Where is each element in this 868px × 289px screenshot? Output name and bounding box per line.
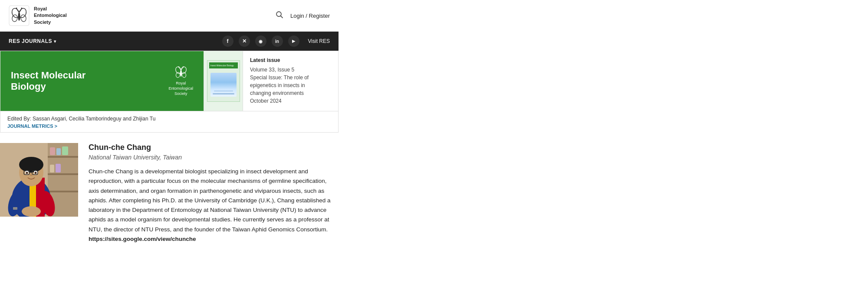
facebook-icon[interactable]: f — [222, 36, 233, 47]
special-issue-line3: changing environments — [250, 89, 331, 97]
svg-point-9 — [21, 8, 23, 9]
author-bio-text: Chun-che Chang is a developmental biolog… — [89, 168, 331, 233]
svg-rect-24 — [48, 173, 78, 175]
journals-nav[interactable]: RES JOURNALS ▾ — [9, 38, 56, 44]
header-right: Login / Register — [276, 11, 330, 20]
svg-point-8 — [16, 8, 17, 9]
svg-point-38 — [26, 172, 28, 174]
author-info: Chun-che Chang National Taiwan Universit… — [89, 143, 339, 244]
svg-rect-29 — [50, 165, 54, 172]
journal-banner: Insect Molecular Biology Royal — [0, 51, 339, 133]
banner-bottom: Edited By: Sassan Asgari, Cecilia Tambor… — [0, 111, 338, 132]
search-icon — [276, 11, 283, 19]
svg-point-16 — [180, 70, 182, 77]
org-name-text: Royal Entomological Society — [34, 6, 67, 26]
latest-issue-label: Latest issue — [250, 57, 331, 63]
youtube-icon[interactable]: ▶ — [288, 36, 299, 47]
svg-rect-28 — [62, 146, 68, 155]
svg-point-46 — [22, 206, 41, 217]
social-links: f ✕ ◉ in ▶ Visit RES — [222, 36, 330, 47]
banner-top: Insect Molecular Biology Royal — [0, 51, 338, 111]
res-logo-icon — [9, 5, 30, 26]
editors-line: Edited By: Sassan Asgari, Cecilia Tambor… — [7, 116, 331, 122]
issue-date: October 2024 — [250, 97, 331, 105]
svg-point-19 — [178, 67, 179, 68]
author-section: Chun-che Chang National Taiwan Universit… — [0, 133, 339, 254]
res-white-icon — [174, 65, 188, 79]
site-header: Royal Entomological Society Login / Regi… — [0, 0, 339, 32]
author-affiliation: National Taiwan University, Taiwan — [89, 154, 339, 161]
journal-title-line2: Biology — [11, 81, 85, 92]
instagram-icon[interactable]: ◉ — [255, 36, 266, 47]
special-issue-line1: Special Issue: The role of — [250, 74, 331, 81]
latest-issue-panel: Latest issue Volume 33, Issue 5 Special … — [243, 51, 338, 111]
special-issue-line2: epigenetics in insects in — [250, 81, 331, 89]
journal-metrics-link[interactable]: JOURNAL METRICS > — [7, 123, 331, 129]
journals-label: RES JOURNALS — [9, 38, 52, 44]
login-register-link[interactable]: Login / Register — [290, 13, 330, 19]
svg-point-39 — [35, 172, 37, 174]
author-photo-image — [0, 143, 78, 217]
author-photo — [0, 143, 78, 217]
svg-point-20 — [183, 67, 184, 68]
svg-rect-25 — [48, 191, 78, 192]
svg-rect-47 — [13, 207, 17, 210]
svg-rect-23 — [48, 156, 78, 158]
nav-bar: RES JOURNALS ▾ f ✕ ◉ in ▶ Visit RES — [0, 32, 339, 51]
logo-area: Royal Entomological Society — [9, 5, 67, 26]
svg-rect-30 — [56, 164, 61, 172]
author-name: Chun-che Chang — [89, 143, 339, 152]
res-name-white: Royal Entomological Society — [168, 81, 193, 96]
svg-line-11 — [280, 16, 283, 18]
journal-title-area: Insect Molecular Biology Royal — [0, 51, 204, 111]
svg-rect-27 — [56, 148, 61, 155]
search-button[interactable] — [276, 11, 283, 20]
twitter-x-icon[interactable]: ✕ — [239, 36, 250, 47]
chevron-down-icon: ▾ — [54, 39, 56, 44]
journal-title: Insect Molecular Biology — [11, 70, 85, 93]
linkedin-icon[interactable]: in — [272, 36, 283, 47]
journal-title-line1: Insect Molecular — [11, 70, 85, 81]
svg-point-14 — [175, 72, 180, 78]
svg-point-15 — [181, 72, 186, 78]
res-logo-white: Royal Entomological Society — [168, 65, 193, 96]
svg-rect-26 — [50, 147, 55, 155]
journal-cover-image[interactable]: Insect Molecular Biology — [204, 51, 243, 111]
svg-point-5 — [18, 12, 20, 21]
svg-point-43 — [30, 174, 33, 176]
author-website-link[interactable]: https://sites.google.com/view/chunche — [89, 236, 196, 242]
visit-res-link[interactable]: Visit RES — [308, 38, 330, 44]
author-bio: Chun-che Chang is a developmental biolog… — [89, 167, 339, 244]
issue-volume: Volume 33, Issue 5 — [250, 66, 331, 74]
issue-details: Volume 33, Issue 5 Special Issue: The ro… — [250, 66, 331, 105]
svg-point-35 — [19, 157, 43, 172]
